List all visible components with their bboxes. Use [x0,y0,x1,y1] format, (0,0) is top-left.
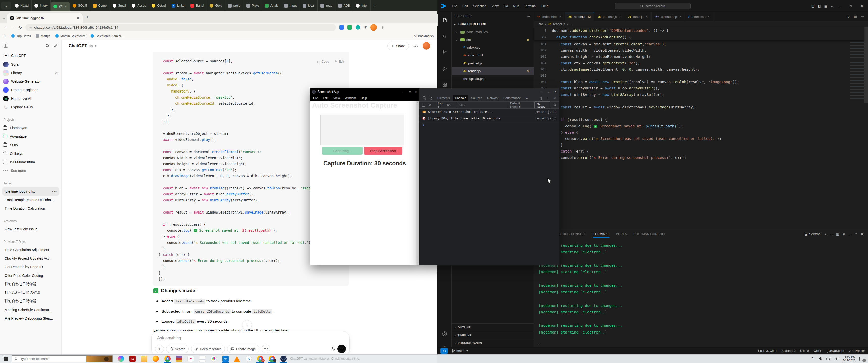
account-icon[interactable] [437,328,452,340]
background-tab[interactable]: Analy [262,0,281,11]
context-selector[interactable]: top ▾ [438,102,444,109]
devtools-close-icon[interactable]: ✕ [553,96,556,100]
apps-grid-icon[interactable]: ⊞ [3,34,6,38]
forward-button[interactable]: → [11,25,15,30]
devtools-tab-console[interactable]: Console [453,95,468,101]
maximize-button[interactable]: □ [548,90,549,93]
terminal-profile[interactable]: ▣ electron [805,232,820,236]
minimize-button[interactable]: ─ [541,90,542,93]
background-tab[interactable]: Input [281,0,300,11]
close-tab-icon[interactable]: ✕ [77,16,80,20]
background-tab[interactable]: SQL 5 [70,0,90,11]
panel-tab-terminal[interactable]: TERMINAL [593,232,610,238]
inspect-element-icon[interactable] [423,96,427,100]
devtools-tab-elements[interactable]: Elements [435,95,452,101]
background-tab[interactable]: Asses [129,0,149,11]
minimize-button[interactable]: ─ [403,91,404,93]
search-highlight-image[interactable] [86,356,112,362]
file-index.html[interactable]: <>index.html [452,52,534,59]
menu-view[interactable]: View [490,3,501,9]
deep-research-button[interactable]: Deep research [191,344,225,353]
console-settings-icon[interactable] [553,103,557,107]
edit-code-button[interactable]: ✎ Edit [335,60,344,63]
taskbar-app-chrome-s[interactable]: S [254,355,266,363]
show-hidden-icons[interactable]: ⌃ [811,357,814,361]
device-toolbar-icon[interactable] [429,96,433,100]
panel-tab-ports[interactable]: PORTS [616,232,627,236]
taskbar-app-anydesk[interactable]: A [243,355,254,363]
toggle-sidebar-icon[interactable]: ◧ [818,0,820,12]
taskbar-app-slack[interactable]: # [185,355,196,363]
browser-menu-icon[interactable]: ⋮ [380,26,384,30]
workspace-root[interactable]: ⌄SCREEN-RECORD [452,20,534,28]
conversation-item[interactable]: Email Templates and UI Enha... [2,196,59,204]
split-terminal-icon[interactable]: ◫ [836,232,839,236]
code-editor[interactable]: 101 const canvas = document.createElemen… [534,41,864,229]
sidebar-item-explore-gpts[interactable]: ⊞Explore GPTs [0,103,61,111]
project-folder[interactable]: Cellaxys [0,149,61,158]
menu-run[interactable]: Run [511,3,521,9]
status-item[interactable]: UTF-8 [800,349,809,353]
see-more-button[interactable]: ••• See more [0,166,61,175]
maximize-button[interactable]: □ [409,91,411,93]
close-tab-icon[interactable]: ✕ [65,5,67,8]
volume-icon[interactable] [818,357,822,361]
background-tab[interactable]: Next.j [12,0,32,11]
close-button[interactable]: ✕ [857,0,868,12]
menu-terminal[interactable]: Terminal [522,3,538,9]
menu-file[interactable]: File [313,96,318,100]
conversation-item[interactable]: Idle time logging fix••• [2,187,59,196]
background-tab[interactable]: Small [110,0,129,11]
console-sidebar-icon[interactable] [422,103,426,107]
scrollbar[interactable] [416,101,420,265]
file-upload.php[interactable]: phpupload.php [452,75,534,83]
new-chat-icon[interactable] [54,44,58,48]
sidebar-item-chatgpt[interactable]: ✳ChatGPT [0,52,61,60]
remote-indicator[interactable]: >< [440,348,448,354]
taskbar-app-filezilla[interactable]: FZ [127,355,138,363]
file-src[interactable]: ⌄src [452,36,534,44]
taskbar-app-vscode[interactable]: </> [219,355,231,363]
menu-help[interactable]: Help [539,3,550,9]
breadcrumb[interactable]: src›JSrender.js›... [534,21,868,27]
mic-icon[interactable] [331,346,335,352]
command-center-search[interactable]: screen-record [615,3,691,9]
extension-icon[interactable] [339,25,344,30]
project-folder[interactable]: ISIJ-Momentum [0,158,61,166]
minimize-button[interactable]: ─ [833,0,845,12]
close-panel-icon[interactable]: ✕ [861,232,864,236]
background-tab[interactable]: proje [225,0,244,11]
menu-window[interactable]: Window [345,96,356,100]
tab-search-chevron-icon[interactable]: ⌄ [1,1,11,9]
more-tools-icon[interactable]: ••• [262,344,270,353]
search-icon[interactable] [437,30,452,42]
close-button[interactable]: ✕ [415,91,417,93]
sidebar-item-sora[interactable]: Sora [0,60,61,69]
panel-tab-debug-console[interactable]: DEBUG CONSOLE [558,232,586,236]
devtools-menu-icon[interactable]: ⋮ [547,96,550,100]
run-file-icon[interactable]: ▷ [847,15,850,19]
conversation-item[interactable]: Time Calculation Adjustment [2,245,59,254]
background-tab[interactable]: ADB [335,0,353,11]
taskbar-app-vlc[interactable] [231,355,243,363]
status-item[interactable]: Spaces: 2 [781,349,796,353]
editor-scrollbar[interactable] [865,27,868,103]
status-item[interactable]: CRLF [813,349,822,353]
new-terminal-icon[interactable]: ＋ [824,232,827,236]
background-tab[interactable]: Ostad [149,0,168,11]
background-tab[interactable]: Gold [207,0,225,11]
background-new-tab-button[interactable]: + [371,0,379,11]
sidebar-section-running-tasks[interactable]: ›RUNNING TASKS [452,339,534,347]
reload-button[interactable]: ↻ [19,25,22,30]
attach-button[interactable]: + [155,344,164,353]
start-button[interactable] [0,357,11,361]
network-icon[interactable] [834,358,838,361]
sidebar-toggle-icon[interactable] [3,44,8,47]
taskbar-app-copilot[interactable] [115,355,127,363]
taskbar-search[interactable]: Type here to search [11,356,113,363]
panel-tab-postman-console[interactable]: POSTMAN CONSOLE [633,232,666,236]
file-preload.js[interactable]: JSpreload.js [452,59,534,67]
background-tab[interactable]: inLinke [169,0,188,11]
log-levels-dropdown[interactable]: Default levels ▾ [510,102,528,109]
source-link[interactable]: render.js:19 [535,110,556,114]
